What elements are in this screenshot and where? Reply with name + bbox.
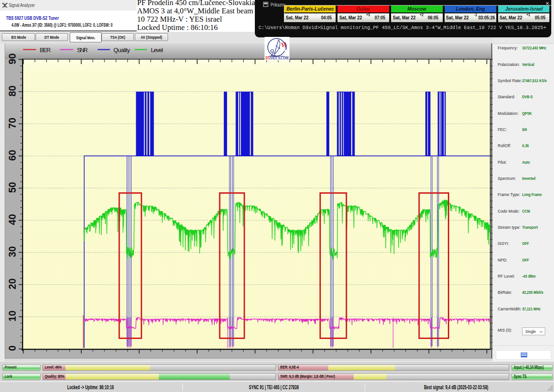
svg-text:10: 10: [7, 310, 18, 321]
svg-text:BER: BER: [40, 47, 51, 53]
svg-text:20: 20: [7, 279, 18, 290]
svg-text:70: 70: [7, 118, 18, 129]
svg-text:Level: Level: [151, 47, 163, 53]
svg-text:50: 50: [7, 182, 18, 193]
svg-text:90: 90: [7, 53, 18, 65]
svg-text:Quality: Quality: [114, 47, 131, 53]
svg-text:60: 60: [7, 150, 18, 161]
svg-text:SNR: SNR: [77, 47, 88, 53]
svg-text:0: 0: [7, 345, 18, 351]
svg-text:80: 80: [7, 85, 18, 96]
svg-text:DXSATCS.COM: DXSATCS.COM: [265, 55, 289, 60]
svg-text:30: 30: [7, 246, 18, 257]
svg-text:40: 40: [7, 214, 18, 225]
